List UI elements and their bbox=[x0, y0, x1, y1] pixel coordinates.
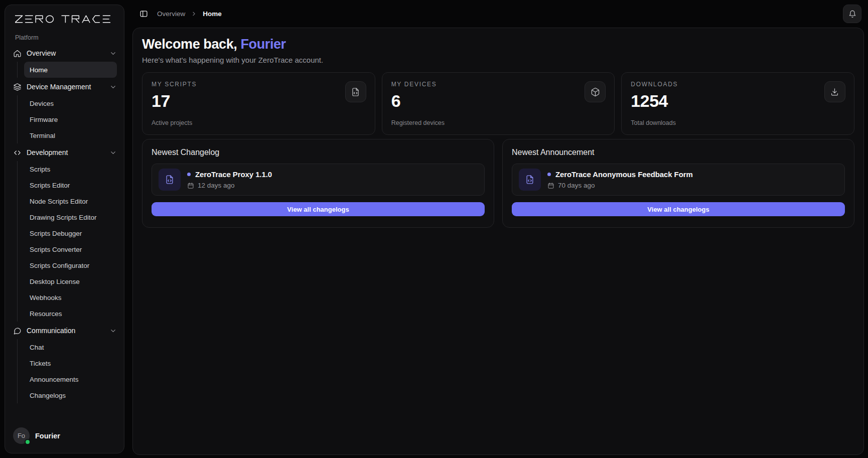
bell-icon bbox=[848, 10, 856, 18]
page-subtitle: Here's what's happening with your ZeroTr… bbox=[142, 56, 854, 64]
sidebar-section-development[interactable]: Development bbox=[13, 144, 117, 161]
sidebar-section-label: Overview bbox=[27, 49, 56, 57]
sidebar-sublist-development: Scripts Scripts Editor Node Scripts Edit… bbox=[17, 161, 117, 322]
platform-section-label: Platform bbox=[5, 34, 124, 41]
sidebar-item-scripts-editor[interactable]: Scripts Editor bbox=[24, 177, 117, 193]
welcome-prefix: Welcome back, bbox=[142, 37, 241, 52]
stats-row: MY SCRIPTS 17 Active projects MY DEVICES… bbox=[142, 72, 854, 135]
sidebar-item-scripts[interactable]: Scripts bbox=[24, 161, 117, 177]
sidebar-item-chat[interactable]: Chat bbox=[24, 339, 117, 355]
stat-value: 6 bbox=[391, 91, 606, 111]
stat-label: MY DEVICES bbox=[391, 81, 606, 88]
chevron-down-icon bbox=[109, 50, 117, 57]
card-title: Newest Announcement bbox=[512, 148, 845, 157]
sidebar-user[interactable]: Fo Fourier bbox=[5, 420, 124, 453]
stat-card-downloads: DOWNLOADS 1254 Total downloads bbox=[621, 72, 854, 135]
main-content-panel: Welcome back, Fourier Here's what's happ… bbox=[132, 28, 864, 455]
feed-cards-row: Newest Changelog ZeroTrace Proxy 1.1.0 1… bbox=[142, 139, 854, 228]
sidebar-item-resources[interactable]: Resources bbox=[24, 306, 117, 322]
zero-trace-logo-icon bbox=[15, 15, 110, 23]
house-icon bbox=[13, 49, 22, 58]
announcement-item[interactable]: ZeroTrace Anonymous Feedback Form 70 day… bbox=[512, 164, 845, 196]
card-title: Newest Changelog bbox=[152, 148, 485, 157]
breadcrumb-overview[interactable]: Overview bbox=[157, 10, 185, 18]
changelog-item-date-row: 12 days ago bbox=[187, 182, 272, 189]
file-code-icon bbox=[159, 169, 181, 191]
view-all-changelogs-button[interactable]: View all changelogs bbox=[512, 202, 845, 216]
sidebar-item-firmware[interactable]: Firmware bbox=[24, 111, 117, 127]
sidebar-toggle-button[interactable] bbox=[136, 7, 151, 22]
unread-dot bbox=[547, 173, 551, 176]
sidebar-item-tickets[interactable]: Tickets bbox=[24, 355, 117, 371]
sidebar-item-changelogs[interactable]: Changelogs bbox=[24, 387, 117, 403]
breadcrumb-home: Home bbox=[203, 10, 222, 18]
top-header: Overview Home bbox=[124, 0, 868, 28]
sidebar-sublist-overview: Home bbox=[17, 62, 117, 78]
announcement-item-date: 70 days ago bbox=[558, 182, 595, 189]
chevron-down-icon bbox=[109, 327, 117, 335]
newest-changelog-card: Newest Changelog ZeroTrace Proxy 1.1.0 1… bbox=[142, 139, 494, 228]
sidebar-item-devices[interactable]: Devices bbox=[24, 95, 117, 111]
sidebar-section-communication[interactable]: Communication bbox=[13, 323, 117, 339]
view-all-changelogs-button[interactable]: View all changelogs bbox=[152, 202, 485, 216]
changelog-item[interactable]: ZeroTrace Proxy 1.1.0 12 days ago bbox=[152, 164, 485, 196]
stat-card-my-scripts: MY SCRIPTS 17 Active projects bbox=[142, 72, 375, 135]
user-name: Fourier bbox=[35, 432, 60, 440]
changelog-item-title: ZeroTrace Proxy 1.1.0 bbox=[195, 170, 272, 179]
stat-subtext: Registered devices bbox=[391, 119, 606, 126]
sidebar-item-scripts-converter[interactable]: Scripts Converter bbox=[24, 241, 117, 257]
file-code-icon bbox=[519, 169, 541, 191]
notifications-button[interactable] bbox=[843, 5, 861, 23]
code-icon bbox=[13, 148, 22, 157]
announcement-item-title: ZeroTrace Anonymous Feedback Form bbox=[555, 170, 693, 179]
welcome-username: Fourier bbox=[241, 37, 286, 52]
announcement-item-body: ZeroTrace Anonymous Feedback Form 70 day… bbox=[547, 170, 693, 189]
layers-icon bbox=[13, 83, 22, 91]
newest-announcement-card: Newest Announcement ZeroTrace Anonymous … bbox=[502, 139, 854, 228]
page-title: Welcome back, Fourier bbox=[142, 37, 854, 52]
sidebar-item-scripts-configurator[interactable]: Scripts Configurator bbox=[24, 257, 117, 273]
download-icon bbox=[824, 81, 845, 102]
sidebar: Platform Overview Home Device Management bbox=[5, 5, 124, 453]
chat-bubble-icon bbox=[13, 327, 22, 335]
sidebar-section-label: Device Management bbox=[27, 83, 91, 91]
stat-value: 1254 bbox=[631, 91, 845, 111]
file-code-icon bbox=[345, 81, 366, 102]
chevron-down-icon bbox=[109, 83, 117, 91]
sidebar-item-node-scripts-editor[interactable]: Node Scripts Editor bbox=[24, 193, 117, 209]
sidebar-section-label: Development bbox=[27, 148, 68, 157]
stat-subtext: Active projects bbox=[152, 119, 366, 126]
sidebar-item-desktop-license[interactable]: Desktop License bbox=[24, 273, 117, 289]
announcement-item-date-row: 70 days ago bbox=[547, 182, 693, 189]
sidebar-item-home[interactable]: Home bbox=[24, 62, 117, 78]
sidebar-item-announcements[interactable]: Announcements bbox=[24, 371, 117, 387]
brand-logo bbox=[5, 5, 124, 26]
breadcrumb: Overview Home bbox=[157, 10, 222, 18]
stat-label: MY SCRIPTS bbox=[152, 81, 366, 88]
avatar: Fo bbox=[13, 427, 30, 444]
chevron-right-icon bbox=[191, 11, 197, 17]
sidebar-section-overview[interactable]: Overview bbox=[13, 45, 117, 61]
box-icon bbox=[585, 81, 606, 102]
stat-value: 17 bbox=[152, 91, 366, 111]
calendar-icon bbox=[547, 182, 554, 189]
stat-subtext: Total downloads bbox=[631, 119, 845, 126]
panel-left-icon bbox=[139, 10, 148, 18]
calendar-icon bbox=[187, 182, 194, 189]
sidebar-item-scripts-debugger[interactable]: Scripts Debugger bbox=[24, 225, 117, 241]
stat-card-my-devices: MY DEVICES 6 Registered devices bbox=[382, 72, 615, 135]
sidebar-sublist-communication: Chat Tickets Announcements Changelogs bbox=[17, 339, 117, 403]
sidebar-nav: Overview Home Device Management Devices … bbox=[5, 45, 124, 404]
sidebar-section-device-management[interactable]: Device Management bbox=[13, 79, 117, 95]
sidebar-item-terminal[interactable]: Terminal bbox=[24, 127, 117, 143]
online-status-dot bbox=[25, 439, 31, 445]
stat-label: DOWNLOADS bbox=[631, 81, 845, 88]
chevron-down-icon bbox=[109, 149, 117, 157]
sidebar-item-webhooks[interactable]: Webhooks bbox=[24, 289, 117, 306]
changelog-item-body: ZeroTrace Proxy 1.1.0 12 days ago bbox=[187, 170, 272, 189]
sidebar-item-drawing-scripts-editor[interactable]: Drawing Scripts Editor bbox=[24, 209, 117, 225]
sidebar-sublist-device-management: Devices Firmware Terminal bbox=[17, 95, 117, 143]
unread-dot bbox=[187, 173, 191, 176]
changelog-item-date: 12 days ago bbox=[198, 182, 235, 189]
sidebar-section-label: Communication bbox=[27, 327, 75, 335]
